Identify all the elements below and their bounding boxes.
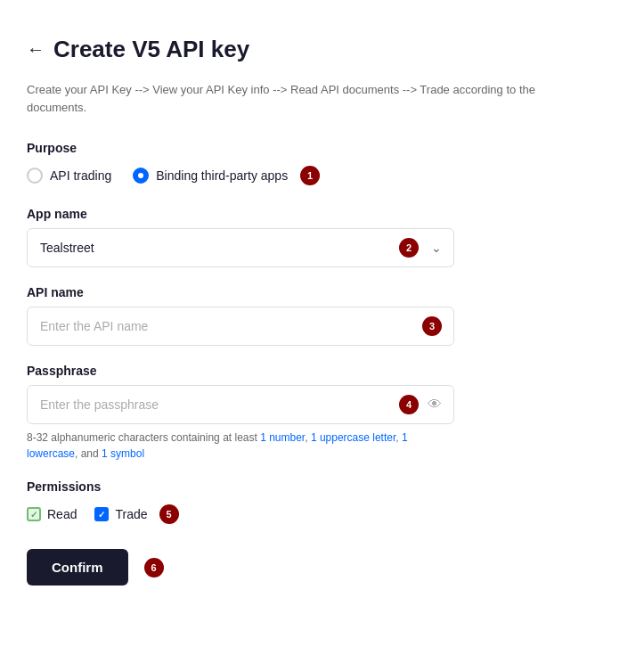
permissions-options: Read Trade 5 [27,504,617,524]
passphrase-hint: 8-32 alphanumeric characters containing … [27,430,454,462]
app-name-select[interactable]: Tealstreet [27,228,454,267]
radio-binding-third-party[interactable]: Binding third-party apps 1 [133,166,320,185]
purpose-section: Purpose API trading Binding third-party … [27,141,617,185]
hint-uppercase: 1 uppercase letter [311,431,395,444]
page-title: Create V5 API key [53,36,249,63]
back-header: ← Create V5 API key [27,36,617,63]
confirm-row: Confirm 6 [27,549,617,586]
permissions-section: Permissions Read Trade 5 [27,479,617,524]
radio-api-trading[interactable]: API trading [27,168,111,184]
checkbox-read-indicator [27,507,41,521]
api-name-input[interactable] [27,307,454,346]
permissions-step-badge: 5 [159,504,179,524]
checkbox-read[interactable]: Read [27,507,77,521]
back-arrow-icon[interactable]: ← [27,39,45,60]
radio-binding-third-party-label: Binding third-party apps [156,168,288,183]
checkbox-trade[interactable]: Trade 5 [94,504,178,524]
eye-icon[interactable]: 👁 [428,397,442,413]
radio-api-trading-indicator [27,168,43,184]
api-name-input-wrapper: 3 [27,307,454,346]
radio-api-trading-label: API trading [50,168,111,183]
app-name-section: App name Tealstreet ⌄ 2 [27,207,617,267]
subtitle-text: Create your API Key --> View your API Ke… [27,81,561,116]
hint-number: 1 number [260,431,305,444]
hint-symbol: 1 symbol [102,447,144,460]
passphrase-label: Passphrase [27,364,617,378]
checkbox-trade-indicator [94,507,109,521]
passphrase-input[interactable] [27,385,454,424]
purpose-label: Purpose [27,141,617,155]
app-name-label: App name [27,207,617,221]
passphrase-input-wrapper: 👁 4 [27,385,454,424]
confirm-button[interactable]: Confirm [27,549,128,586]
api-name-label: API name [27,285,617,299]
api-name-step-badge: 3 [422,316,442,336]
purpose-options: API trading Binding third-party apps 1 [27,166,617,185]
purpose-step-badge: 1 [300,166,320,185]
passphrase-section: Passphrase 👁 4 8-32 alphanumeric charact… [27,364,617,462]
app-name-select-wrapper: Tealstreet ⌄ 2 [27,228,454,267]
confirm-step-badge: 6 [144,558,164,577]
checkbox-read-label: Read [47,507,77,521]
passphrase-step-badge: 4 [399,395,419,414]
api-name-section: API name 3 [27,285,617,346]
permissions-label: Permissions [27,479,617,494]
radio-binding-third-party-indicator [133,168,149,184]
app-name-step-badge: 2 [399,238,419,258]
checkbox-trade-label: Trade [115,507,147,521]
